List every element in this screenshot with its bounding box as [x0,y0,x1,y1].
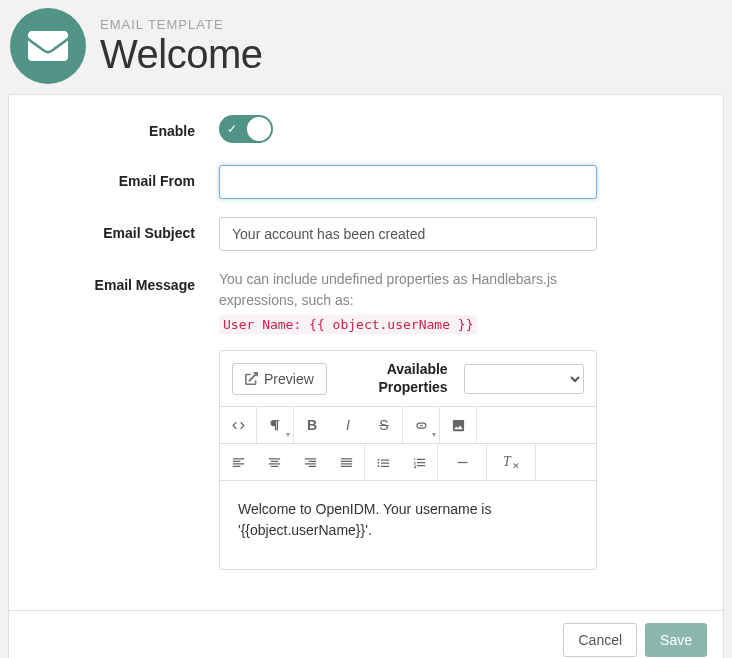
image-icon [451,418,466,433]
email-subject-input[interactable] [219,217,597,251]
editor-toolbar: ▾ B I S ▾ [220,407,596,444]
message-body[interactable]: Welcome to OpenIDM. Your username is '{{… [220,481,596,569]
align-justify-button[interactable] [328,444,364,480]
available-properties-select[interactable] [464,364,584,394]
email-from-input[interactable] [219,165,597,199]
chevron-down-icon: ▾ [286,430,290,439]
align-right-button[interactable] [292,444,328,480]
code-view-button[interactable] [220,407,256,443]
save-button[interactable]: Save [645,623,707,657]
link-button[interactable]: ▾ [403,407,439,443]
clear-format-button[interactable]: T✕ [487,444,535,480]
code-sample: User Name: {{ object.userName }} [219,315,477,334]
minus-icon [455,455,470,470]
paragraph-button[interactable]: ▾ [257,407,293,443]
list-ul-icon [376,455,391,470]
external-link-icon [245,372,258,385]
list-ol-icon [412,455,427,470]
align-center-icon [267,455,282,470]
align-center-button[interactable] [256,444,292,480]
page-header: EMAIL TEMPLATE Welcome [0,0,732,94]
message-label: Email Message [49,269,219,293]
link-icon [414,418,429,433]
cancel-button[interactable]: Cancel [563,623,637,657]
message-helper: You can include undefined properties as … [219,269,597,311]
available-properties-label: Available Properties [343,361,448,396]
align-justify-icon [339,455,354,470]
horizontal-rule-button[interactable] [438,444,486,480]
align-left-icon [231,455,246,470]
preview-label: Preview [264,371,314,387]
bold-button[interactable]: B [294,407,330,443]
from-label: Email From [49,165,219,189]
page-title: Welcome [100,32,262,76]
unordered-list-button[interactable] [365,444,401,480]
form-panel: Enable ✓ Email From Email Subject Email … [8,94,724,658]
code-icon [231,418,246,433]
paragraph-icon [268,418,283,433]
preview-button[interactable]: Preview [232,363,327,395]
rich-editor: Preview Available Properties ▾ [219,350,597,570]
enable-toggle[interactable]: ✓ [219,115,273,143]
align-right-icon [303,455,318,470]
ordered-list-button[interactable] [401,444,437,480]
image-button[interactable] [440,407,476,443]
align-left-button[interactable] [220,444,256,480]
strikethrough-button[interactable]: S [366,407,402,443]
chevron-down-icon: ▾ [432,430,436,439]
editor-toolbar-2: T✕ [220,444,596,481]
panel-footer: Cancel Save [9,610,723,658]
check-icon: ✓ [227,122,237,136]
subject-label: Email Subject [49,217,219,241]
italic-button[interactable]: I [330,407,366,443]
enable-label: Enable [49,115,219,139]
email-icon [10,8,86,84]
header-label: EMAIL TEMPLATE [100,17,262,32]
